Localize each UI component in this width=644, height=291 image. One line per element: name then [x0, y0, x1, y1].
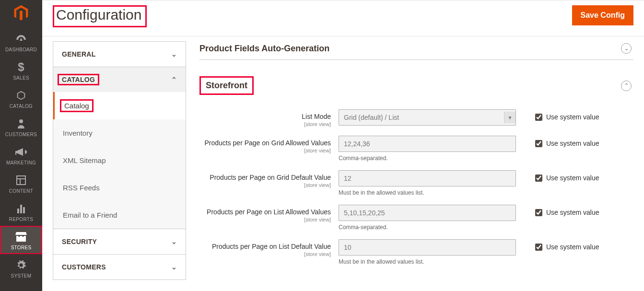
- config-item-label: RSS Feeds: [63, 184, 100, 192]
- config-item-inventory[interactable]: Inventory: [53, 119, 186, 147]
- config-section-catalog[interactable]: CATALOG ⌃ Catalog Inventory XML Sitemap: [53, 67, 186, 229]
- field-control: Grid (default) / List ▼: [339, 109, 516, 126]
- field-label: List Mode [store view]: [199, 109, 339, 127]
- settings-panel: Product Fields Auto-Generation ⌄ Storefr…: [199, 41, 633, 280]
- nav-sales[interactable]: $ SALES: [0, 56, 42, 84]
- use-system-checkbox[interactable]: [535, 114, 542, 121]
- field-label: Products per Page on Grid Default Value …: [199, 170, 339, 188]
- field-label: Products per Page on Grid Allowed Values…: [199, 136, 339, 153]
- field-list-allowed: Products per Page on List Allowed Values…: [199, 196, 633, 231]
- nav-reports[interactable]: REPORTS: [0, 198, 42, 226]
- field-grid-default: Products per Page on Grid Default Value …: [199, 162, 633, 196]
- nav-system[interactable]: SYSTEM: [0, 254, 42, 282]
- config-section-label-highlight: CATALOG: [58, 74, 99, 85]
- use-system-value[interactable]: Use system value: [516, 205, 599, 216]
- use-system-value[interactable]: Use system value: [516, 239, 599, 251]
- megaphone-icon: [15, 146, 27, 158]
- store-icon: [15, 231, 27, 243]
- config-item-label: XML Sitemap: [63, 156, 105, 164]
- content: GENERAL ⌄ CATALOG ⌃ Catalog: [42, 36, 644, 291]
- person-icon: [17, 117, 25, 130]
- fieldset-title: Product Fields Auto-Generation: [199, 44, 329, 54]
- page-title: Configuration: [56, 7, 141, 23]
- field-note: Comma-separated.: [339, 224, 516, 231]
- page-header: Configuration Save Config: [42, 0, 644, 36]
- nav-label: SYSTEM: [11, 273, 32, 279]
- nav-label: REPORTS: [9, 217, 33, 222]
- use-system-checkbox[interactable]: [535, 140, 542, 147]
- config-section-customers[interactable]: CUSTOMERS ⌄: [53, 255, 186, 280]
- fieldset-head[interactable]: Storefront ⌃: [199, 74, 633, 101]
- page-title-highlight: Configuration: [53, 5, 147, 27]
- nav-label: MARKETING: [6, 160, 36, 165]
- config-nav: GENERAL ⌄ CATALOG ⌃ Catalog: [53, 41, 186, 280]
- use-system-checkbox[interactable]: [535, 244, 542, 251]
- fieldset-head[interactable]: Product Fields Auto-Generation ⌄: [199, 41, 633, 60]
- nav-label: STORES: [11, 245, 32, 250]
- fieldset-product-fields: Product Fields Auto-Generation ⌄: [199, 41, 633, 60]
- gear-icon: [16, 259, 26, 271]
- list-allowed-input[interactable]: [339, 205, 516, 221]
- config-item-rss-feeds[interactable]: RSS Feeds: [53, 174, 186, 201]
- list-mode-select[interactable]: Grid (default) / List ▼: [339, 109, 516, 126]
- config-section-general[interactable]: GENERAL ⌄: [53, 42, 186, 67]
- chevron-down-icon: ⌄: [171, 263, 177, 271]
- config-item-xml-sitemap[interactable]: XML Sitemap: [53, 147, 186, 174]
- field-note: Comma-separated.: [339, 155, 516, 162]
- config-item-label: Email to a Friend: [63, 211, 117, 219]
- use-system-value[interactable]: Use system value: [516, 136, 599, 147]
- field-label: Products per Page on List Allowed Values…: [199, 205, 339, 222]
- bars-icon: [16, 202, 26, 215]
- nav-label: SALES: [13, 75, 29, 81]
- config-item-label: Inventory: [63, 129, 93, 137]
- use-system-value[interactable]: Use system value: [516, 109, 599, 121]
- field-note: Must be in the allowed values list.: [339, 189, 516, 196]
- config-sub-list: Catalog Inventory XML Sitemap RSS Feeds …: [53, 92, 186, 229]
- layout-icon: [16, 174, 26, 186]
- nav-marketing[interactable]: MARKETING: [0, 141, 42, 169]
- chevron-up-icon: ⌃: [171, 76, 177, 83]
- config-section-label: SECURITY: [62, 238, 97, 245]
- field-list-mode: List Mode [store view] Grid (default) / …: [199, 101, 633, 127]
- config-item-label: Catalog: [64, 102, 89, 110]
- config-item-catalog[interactable]: Catalog: [53, 92, 186, 119]
- gauge-icon: [15, 33, 27, 45]
- nav-stores[interactable]: STORES: [0, 226, 42, 254]
- field-control: Must be in the allowed values list.: [339, 239, 516, 265]
- fieldset-storefront: Storefront ⌃ List Mode [store view] Grid…: [199, 74, 633, 265]
- nav-customers[interactable]: CUSTOMERS: [0, 113, 42, 141]
- collapse-icon[interactable]: ⌃: [621, 81, 632, 91]
- field-list-default: Products per Page on List Default Value …: [199, 231, 633, 265]
- config-section-label: CATALOG: [62, 76, 95, 83]
- list-default-input[interactable]: [339, 239, 516, 256]
- field-label: Products per Page on List Default Value …: [199, 239, 339, 257]
- main: Configuration Save Config GENERAL ⌄ CATA…: [42, 0, 644, 291]
- select-value: Grid (default) / List: [344, 114, 399, 121]
- admin-sidebar: DASHBOARD $ SALES CATALOG CUSTOMERS MARK…: [0, 0, 42, 291]
- nav-dashboard[interactable]: DASHBOARD: [0, 28, 42, 56]
- use-system-checkbox[interactable]: [535, 175, 542, 182]
- magento-logo[interactable]: [11, 3, 31, 23]
- config-section-label: GENERAL: [62, 50, 96, 58]
- dollar-icon: $: [18, 61, 24, 73]
- save-config-button[interactable]: Save Config: [572, 5, 633, 25]
- field-control: Comma-separated.: [339, 205, 516, 231]
- config-section-security[interactable]: SECURITY ⌄: [53, 229, 186, 255]
- field-note: Must be in the allowed values list.: [339, 258, 516, 265]
- fieldset-title: Storefront: [199, 76, 254, 95]
- use-system-value[interactable]: Use system value: [516, 170, 599, 182]
- field-control: Comma-separated.: [339, 136, 516, 162]
- field-control: Must be in the allowed values list.: [339, 170, 516, 196]
- nav-catalog[interactable]: CATALOG: [0, 84, 42, 113]
- use-system-checkbox[interactable]: [535, 209, 542, 216]
- nav-label: CATALOG: [10, 104, 33, 109]
- expand-icon[interactable]: ⌄: [621, 43, 632, 54]
- cube-icon: [16, 89, 26, 102]
- grid-default-input[interactable]: [339, 170, 516, 186]
- nav-label: CUSTOMERS: [5, 132, 37, 137]
- grid-allowed-input[interactable]: [339, 136, 516, 152]
- nav-label: CONTENT: [9, 188, 33, 194]
- nav-content[interactable]: CONTENT: [0, 169, 42, 198]
- config-item-email-friend[interactable]: Email to a Friend: [53, 201, 186, 229]
- field-grid-allowed: Products per Page on Grid Allowed Values…: [199, 127, 633, 162]
